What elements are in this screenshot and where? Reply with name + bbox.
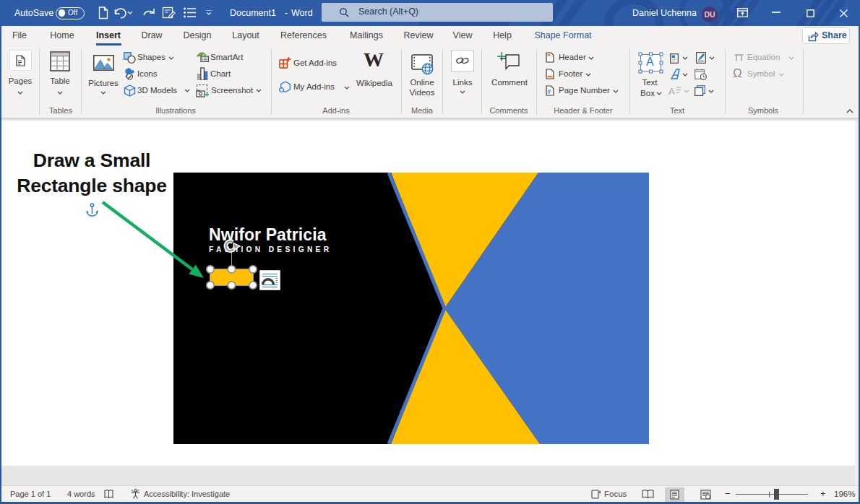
svg-text:#: #	[547, 88, 551, 95]
svg-text:A: A	[668, 86, 675, 95]
